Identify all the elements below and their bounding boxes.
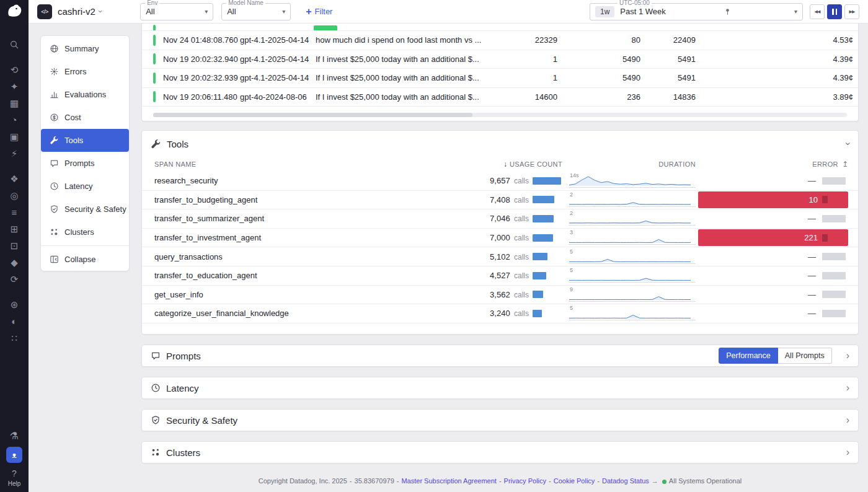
pin-icon[interactable] xyxy=(724,7,732,15)
expand-clusters-chevron-icon[interactable]: › xyxy=(846,447,849,457)
pause-button[interactable] xyxy=(827,4,842,19)
llm-observability-icon[interactable]: ❖ xyxy=(8,174,20,184)
env-filter-label: Env xyxy=(145,0,159,6)
error-gray-bar xyxy=(822,310,846,317)
sidebar-item-security-safety[interactable]: Security & Safety xyxy=(41,198,129,221)
tool-row[interactable]: categorize_user_financial_knowledge 3,24… xyxy=(142,304,858,323)
metrics-icon[interactable]: ▦ xyxy=(8,98,20,108)
sidebar-item-label: Cost xyxy=(64,113,81,122)
scrub-forward-button[interactable]: ▶▶ xyxy=(844,4,859,19)
usage-bar xyxy=(533,253,547,260)
latency-card[interactable]: Latency › xyxy=(141,377,859,399)
help-button[interactable]: ? Help xyxy=(8,468,21,487)
ci-icon[interactable]: ⟳ xyxy=(8,274,20,284)
sidebar-item-summary[interactable]: Summary xyxy=(41,37,129,60)
sidebar-item-cost[interactable]: Cost xyxy=(41,106,129,129)
security-icon[interactable]: ◆ xyxy=(8,257,20,268)
col-duration[interactable]: DURATION xyxy=(569,160,696,168)
content-area: Summary Errors Evaluations Cost Tools Pr… xyxy=(29,24,868,492)
trace-input: If I invest $25,000 today with an additi… xyxy=(316,92,482,102)
toggle-performance[interactable]: Performance xyxy=(719,348,778,364)
expand-latency-chevron-icon[interactable]: › xyxy=(846,383,849,393)
link-cookie-policy[interactable]: Cookie Policy xyxy=(554,477,595,485)
link-privacy-policy[interactable]: Privacy Policy xyxy=(504,477,546,485)
collapse-button[interactable]: Collapse xyxy=(41,248,129,271)
events-icon[interactable]: ⚡ xyxy=(8,148,20,159)
sort-descending-icon[interactable]: ↓ xyxy=(503,160,507,169)
horizontal-scrollbar[interactable] xyxy=(153,113,847,117)
sidebar-item-evaluations[interactable]: Evaluations xyxy=(41,83,129,106)
tool-usage-cell: 7,408 calls xyxy=(476,195,562,204)
tool-row[interactable]: transfer_to_budgeting_agent 7,408 calls … xyxy=(142,191,858,210)
apm-icon[interactable]: ✦ xyxy=(8,81,20,92)
app-switcher-chevron-icon[interactable]: › xyxy=(97,10,105,12)
no-error-dash: — xyxy=(808,271,816,280)
trace-input: If I invest $25,000 today with an additi… xyxy=(316,55,482,64)
watchdog-icon[interactable]: ◎ xyxy=(8,190,20,201)
add-filter-button[interactable]: + Filter xyxy=(306,7,332,17)
timezone-label: UTC-05:00 xyxy=(618,0,652,6)
table-row[interactable]: Nov 19 20:02:32.939 gpt-4.1-2025-04-14 I… xyxy=(142,69,858,88)
sidebar-item-latency[interactable]: Latency xyxy=(41,175,129,198)
table-row-clipped[interactable] xyxy=(142,24,858,31)
app-name[interactable]: cashri-v2 xyxy=(58,6,95,17)
scrollbar-thumb[interactable] xyxy=(153,113,472,117)
tool-row[interactable]: transfer_to_summarizer_agent 7,046 calls… xyxy=(142,209,858,229)
tool-row[interactable]: research_security 9,657 calls 14s — xyxy=(142,172,858,191)
history-icon[interactable]: ⟲ xyxy=(8,64,20,75)
env-filter[interactable]: Env All ▾ xyxy=(140,3,213,20)
toggle-all-prompts[interactable]: All Prompts xyxy=(778,348,832,364)
synthetics-icon[interactable]: ◔ xyxy=(8,115,20,125)
bits-ai-button[interactable]: ᴥ xyxy=(6,447,22,463)
sidebar-item-label: Clusters xyxy=(64,227,94,237)
expand-security-chevron-icon[interactable]: › xyxy=(846,415,849,425)
tool-usage-cell: 4,527 calls xyxy=(476,271,562,280)
col-usage-count[interactable]: ↓ USAGE COUNT xyxy=(476,160,562,169)
link-datadog-status[interactable]: Datadog Status xyxy=(602,477,649,485)
tool-row[interactable]: query_transactions 5,102 calls 5 — xyxy=(142,247,858,266)
time-range-chip[interactable]: 1w xyxy=(595,6,614,17)
integrations-icon[interactable]: ⊡ xyxy=(8,240,20,251)
clusters-card[interactable]: Clusters › xyxy=(141,441,859,463)
col-error[interactable]: ERROR ↥ xyxy=(698,160,848,169)
table-row[interactable]: Nov 19 20:02:32.940 gpt-4.1-2025-04-14 I… xyxy=(142,50,858,69)
datadog-logo[interactable] xyxy=(5,2,24,23)
sidebar-item-label: Latency xyxy=(64,182,93,191)
sidebar: Summary Errors Evaluations Cost Tools Pr… xyxy=(40,35,130,271)
model-name-filter[interactable]: Model Name All ▾ xyxy=(221,3,291,20)
tool-usage-cell: 7,046 calls xyxy=(476,214,562,223)
main-column: Nov 24 01:48:08.760 gpt-4.1-2025-04-14 h… xyxy=(141,24,859,492)
sidebar-item-prompts[interactable]: Prompts xyxy=(41,152,129,175)
collapse-tools-chevron-icon[interactable]: › xyxy=(843,142,852,145)
trace-total-tokens: 5491 xyxy=(643,55,696,64)
sidebar-item-tools[interactable]: Tools xyxy=(41,129,129,152)
export-icon[interactable]: ↥ xyxy=(842,160,848,169)
clusters-icon xyxy=(151,447,161,457)
table-row[interactable]: Nov 19 20:06:11.480 gpt-4o-2024-08-06 If… xyxy=(142,88,858,107)
sidebar-item-errors[interactable]: Errors xyxy=(41,60,129,83)
error-gray-bar xyxy=(822,291,846,298)
time-range-picker[interactable]: UTC-05:00 1w Past 1 Week ▾ xyxy=(590,3,803,20)
trace-output-tokens: 5490 xyxy=(560,55,640,64)
profiling-icon[interactable]: ◐ xyxy=(8,316,20,327)
table-row[interactable]: Nov 24 01:48:08.760 gpt-4.1-2025-04-14 h… xyxy=(142,31,858,50)
link-master-subscription-agreement[interactable]: Master Subscription Agreement xyxy=(401,477,496,485)
prompts-card[interactable]: Prompts Performance All Prompts › xyxy=(141,345,859,367)
speech-icon xyxy=(49,159,59,168)
bits-dog-icon: ᴥ xyxy=(12,450,17,460)
expand-prompts-chevron-icon[interactable]: › xyxy=(846,351,849,361)
tool-row[interactable]: transfer_to_investment_agent 7,000 calls… xyxy=(142,229,858,248)
beaker-icon[interactable]: ⚗ xyxy=(8,431,20,441)
containers-icon[interactable]: ▣ xyxy=(8,131,20,142)
col-span-name[interactable]: SPAN NAME xyxy=(154,160,476,168)
tool-row[interactable]: transfer_to_education_agent 4,527 calls … xyxy=(142,266,858,286)
tool-row[interactable]: get_user_info 3,562 calls 9 — xyxy=(142,286,858,305)
settings-icon[interactable]: ⊛ xyxy=(8,299,20,310)
dashboards-icon[interactable]: ⊞ xyxy=(8,224,20,234)
search-icon[interactable] xyxy=(8,39,20,50)
workflows-icon[interactable]: ∷ xyxy=(8,333,20,343)
sidebar-item-clusters[interactable]: Clusters xyxy=(41,221,129,244)
scrub-backward-button[interactable]: ◀◀ xyxy=(810,4,825,19)
security-safety-card[interactable]: Security & Safety › xyxy=(141,409,859,431)
logs-icon[interactable]: ≡ xyxy=(8,207,20,217)
